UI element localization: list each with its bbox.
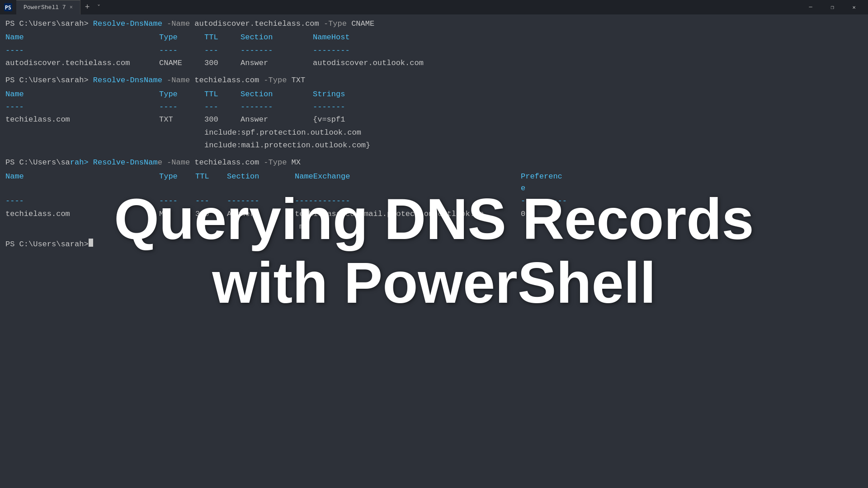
- titlebar-tabs: PowerShell 7 × + ˅: [16, 0, 800, 14]
- cname-divider: ---- ---- --- ------- --------: [5, 45, 863, 56]
- cname-header: Name Type TTL Section NameHost: [5, 32, 863, 43]
- txt-row-extra-2: include:mail.protection.outlook.com}: [5, 140, 863, 151]
- txt-table: Name Type TTL Section Strings ---- ---- …: [5, 89, 863, 152]
- cname-row-1: autodiscover.techielass.com CNAME 300 An…: [5, 57, 863, 69]
- flag-name-2: -Name: [162, 75, 194, 86]
- col-ttl-1: TTL: [204, 32, 241, 43]
- value-type-1: CNAME: [351, 18, 374, 30]
- tab-dropdown-button[interactable]: ˅: [94, 4, 103, 11]
- col-section-1: Section: [241, 32, 313, 43]
- final-prompt-line: PS C:\Users\sarah>: [5, 239, 863, 250]
- flag-name-1: -Name: [162, 18, 194, 30]
- tab-label: PowerShell 7: [24, 4, 66, 11]
- value-3: techielass.com: [194, 157, 259, 169]
- value-name-2: techielass.com: [194, 75, 259, 86]
- cmdlet-3: rah> Resolve-DnsNam: [70, 157, 158, 169]
- cursor: [89, 239, 93, 247]
- command-line-2: PS C:\Users\sarah> Resolve-DnsName -Name…: [5, 75, 863, 86]
- txt-divider: ---- ---- --- ------- -------: [5, 101, 863, 113]
- mx-header: Name Type TTL Section NameExchange Prefe…: [5, 171, 863, 195]
- value-type-2: TXT: [292, 75, 306, 86]
- cmdlet-2: Resolve-DnsName: [93, 75, 162, 86]
- tab-close-button[interactable]: ×: [70, 5, 73, 11]
- mx-row-extra: m: [5, 221, 863, 233]
- flag-3a: e -Name: [158, 157, 195, 169]
- active-tab[interactable]: PowerShell 7 ×: [16, 0, 80, 14]
- cmdlet-1: Resolve-DnsName: [93, 18, 162, 30]
- final-prompt: PS C:\Users\sarah>: [5, 239, 89, 250]
- close-button[interactable]: ✕: [844, 0, 864, 14]
- prompt-1: PS C:\Users\sarah>: [5, 18, 93, 30]
- titlebar: PS PowerShell 7 × + ˅ — ❐ ✕: [0, 0, 868, 14]
- txt-row-extra-1: include:spf.protection.outlook.com: [5, 127, 863, 139]
- new-tab-button[interactable]: +: [80, 3, 94, 12]
- col-type-1: Type: [159, 32, 204, 43]
- value-type-3: MX: [292, 157, 301, 169]
- mx-divider: ---- ---- --- ------- ------------ -----…: [5, 195, 863, 207]
- powershell-icon: PS: [4, 3, 13, 12]
- command-line-1: PS C:\Users\sarah> Resolve-DnsName -Name…: [5, 18, 863, 30]
- flag-type-1: -Type: [319, 18, 351, 30]
- cname-table: Name Type TTL Section NameHost ---- ----…: [5, 32, 863, 69]
- flag-type-3: -Type: [259, 157, 291, 169]
- terminal-window[interactable]: PS C:\Users\sarah> Resolve-DnsName -Name…: [0, 14, 868, 488]
- txt-header: Name Type TTL Section Strings: [5, 89, 863, 100]
- value-name-1: autodiscover.techielass.com: [194, 18, 319, 30]
- minimize-button[interactable]: —: [800, 0, 821, 14]
- prompt-2: PS C:\Users\sarah>: [5, 75, 93, 86]
- svg-text:PS: PS: [5, 5, 11, 11]
- txt-row-1: techielass.com TXT 300 Answer {v=spf1: [5, 114, 863, 126]
- mx-table: Name Type TTL Section NameExchange Prefe…: [5, 171, 863, 233]
- flag-type-2: -Type: [259, 75, 291, 86]
- mx-row-1: techielass.com MX 300 Answer techielass-…: [5, 208, 863, 220]
- command-line-3: PS C:\Users\sa rah> Resolve-DnsNam e -Na…: [5, 157, 863, 169]
- prompt-3: PS C:\Users\sa: [5, 157, 70, 169]
- maximize-button[interactable]: ❐: [822, 0, 843, 14]
- overlay-line2: with PowerShell: [212, 251, 656, 315]
- titlebar-controls: — ❐ ✕: [800, 0, 864, 14]
- col-namehost-1: NameHost: [313, 32, 494, 43]
- col-name-1: Name: [5, 32, 159, 43]
